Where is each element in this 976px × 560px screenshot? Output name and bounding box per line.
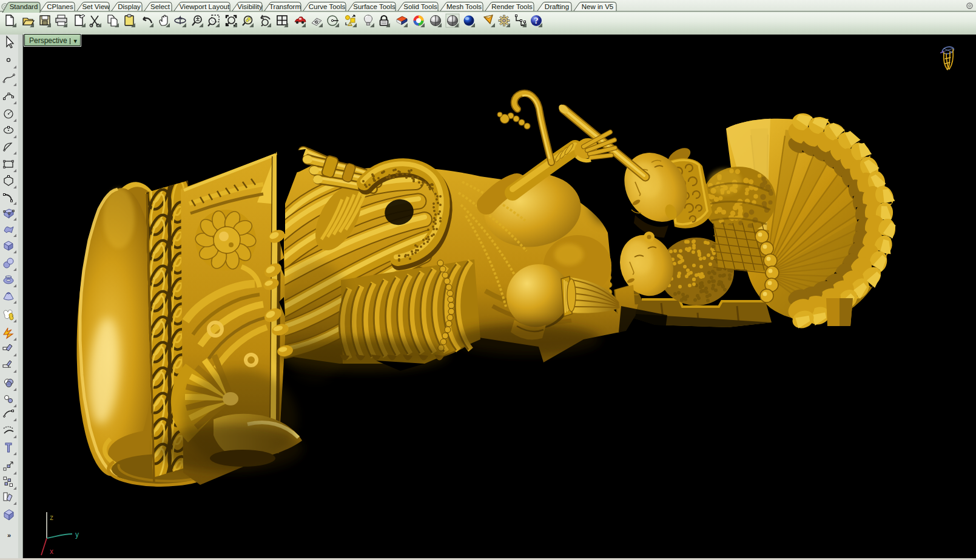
- svg-text:Display: Display: [118, 3, 141, 10]
- svg-text:z: z: [50, 513, 53, 522]
- svg-text:Drafting: Drafting: [545, 3, 569, 10]
- svg-text:Solid Tools: Solid Tools: [403, 3, 437, 10]
- svg-text:Visibility: Visibility: [237, 3, 263, 10]
- svg-text:Surface Tools: Surface Tools: [353, 3, 395, 10]
- svg-text:Render Tools: Render Tools: [491, 3, 533, 10]
- svg-text:?: ?: [534, 16, 539, 25]
- svg-text:New in V5: New in V5: [582, 3, 613, 10]
- svg-text:Set View: Set View: [82, 3, 110, 10]
- svg-text:»: »: [7, 532, 11, 539]
- svg-text:y: y: [75, 530, 79, 539]
- svg-text:Mesh Tools: Mesh Tools: [446, 3, 482, 10]
- svg-text:Standard: Standard: [10, 3, 38, 10]
- svg-text:x: x: [50, 547, 53, 556]
- svg-text:Select: Select: [150, 3, 170, 10]
- svg-text:Viewport Layout: Viewport Layout: [180, 3, 230, 10]
- svg-text:Curve Tools: Curve Tools: [309, 3, 346, 10]
- svg-text:CPlanes: CPlanes: [47, 3, 73, 10]
- svg-text:Transform: Transform: [269, 3, 301, 10]
